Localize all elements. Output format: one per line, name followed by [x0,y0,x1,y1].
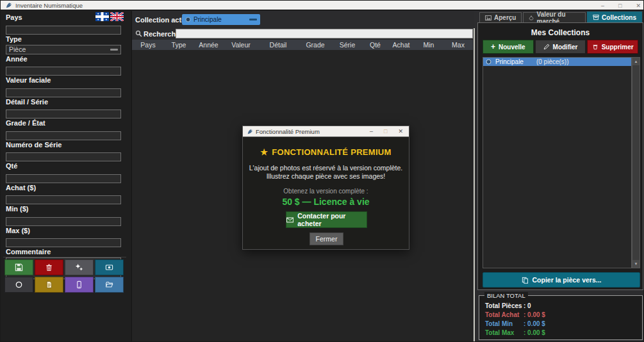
field-label-commentaire: Commentaire [6,248,131,256]
search-row: Rechercher : [132,28,474,39]
max-input[interactable] [6,238,121,247]
field-label-detail-serie: Détail / Série [6,99,131,106]
collections-actions: + Nouvelle Modifier Supprimer [483,40,638,54]
combobox-arrow-icon [110,49,118,51]
total-pieces-label: Total Pièces [485,302,524,309]
col-header-max[interactable]: Max [443,41,473,49]
col-header-annee[interactable]: Année [194,41,224,49]
detail-serie-input[interactable] [6,110,121,118]
maximize-button[interactable]: □ [618,3,622,9]
tab-apercu[interactable]: Aperçu [479,12,522,22]
collections-listbox[interactable]: Principale (0 pièce(s)) [483,57,632,268]
list-item-principale[interactable]: Principale (0 pièce(s)) [483,58,631,66]
col-header-serie[interactable]: Série [333,41,362,49]
circle-icon [15,281,23,289]
collection-count: (0 pièce(s)) [536,58,569,65]
new-collection-button[interactable]: + Nouvelle [483,40,534,54]
sparkles-icon [75,263,83,272]
listbox-scrollbar[interactable]: ▲ ▼ [632,57,640,268]
collections-panel: Mes Collections + Nouvelle Modifier Supp… [477,22,643,290]
field-label-valeur-faciale: Valeur faciale [6,77,131,84]
mobile-icon [75,281,83,289]
achat-input[interactable] [6,195,121,204]
fermer-button[interactable]: Fermer [310,232,343,245]
col-header-grade[interactable]: Grade [298,41,333,49]
field-label-numero-serie: Numéro de Série [6,142,131,149]
save-icon [15,263,23,272]
total-pieces-row: Total Pièces : 0 [485,302,531,309]
coin-icon [486,59,491,65]
col-header-valeur[interactable]: Valeur [224,41,258,49]
total-max-value: : 0.00 $ [524,329,545,336]
col-header-type[interactable]: Type [164,41,194,49]
collections-heading: Mes Collections [478,28,643,37]
total-achat-label: Total Achat [485,311,524,318]
tab-apercu-label: Aperçu [494,14,516,21]
dialog-close-button[interactable]: ✕ [398,128,403,134]
scroll-up-icon[interactable]: ▲ [632,58,640,65]
close-button[interactable]: ✕ [636,3,641,9]
total-max-row: Total Max : 0.00 $ [485,329,545,336]
star-icon: ★ [260,147,268,157]
col-header-detail[interactable]: Détail [258,41,298,49]
col-header-achat[interactable]: Achat [388,41,414,49]
mobile-button[interactable] [65,277,94,293]
grade-etat-input[interactable] [6,131,121,140]
open-folder-button[interactable] [95,277,124,293]
field-label-type: Type [6,36,131,43]
report-button[interactable] [35,277,63,293]
flag-quebec-icon[interactable] [95,12,109,21]
tab-valeur-du-marche[interactable]: Valeur du marché [523,12,586,22]
pays-input[interactable] [6,26,121,35]
total-max-label: Total Max [485,329,524,336]
premium-dialog-titlebar: Fonctionnalité Premium – □ ✕ [243,126,409,137]
bilan-total-legend: BILAN TOTAL [484,292,528,299]
field-label-min: Min ($) [6,206,131,213]
col-header-qte[interactable]: Qté [362,41,388,49]
valeur-faciale-input[interactable] [6,88,121,97]
numero-serie-input[interactable] [6,152,121,161]
clear-button[interactable] [65,259,94,275]
annee-input[interactable] [6,67,121,76]
photo-icon [105,263,113,272]
collection-dropdown[interactable]: Principale [182,14,260,25]
type-combobox[interactable]: Pièce [6,45,121,54]
window-titlebar: Inventaire Numismatique – □ ✕ [1,1,644,10]
field-label-max: Max ($) [6,227,131,234]
premium-subtext: Obtenez la version complète : [243,188,409,195]
bilan-total-groupbox: BILAN TOTAL Total Pièces : 0 Total Achat… [479,295,643,340]
col-header-min[interactable]: Min [414,41,443,49]
search-icon [135,30,142,37]
type-combobox-value: Pièce [9,45,26,53]
min-input[interactable] [6,217,121,226]
app-window: Inventaire Numismatique – □ ✕ Pays Type … [0,0,644,342]
delete-button[interactable] [35,259,63,275]
money-bag-icon [529,15,534,21]
feather-app-icon [247,129,252,134]
edit-collection-button[interactable]: Modifier [535,40,586,54]
photo-button[interactable] [95,259,124,275]
minimize-button[interactable]: – [601,3,604,9]
search-input[interactable] [176,29,473,38]
scroll-down-icon[interactable]: ▼ [632,260,640,268]
flag-uk-icon[interactable] [110,12,124,21]
qte-input[interactable] [6,174,121,183]
field-label-achat: Achat ($) [6,184,131,191]
premium-body-line1: L'ajout de photos est réservé à la versi… [243,164,409,172]
total-min-value: : 0.00 $ [524,320,545,327]
collection-name: Principale [495,58,524,65]
main-panel-divider [474,28,475,342]
copy-piece-button[interactable]: Copier la pièce vers... [483,272,640,288]
dropdown-arrow-icon [249,19,257,20]
reset-button[interactable] [4,277,33,293]
tab-collections[interactable]: Collections [587,12,642,22]
dialog-minimize-button[interactable]: – [370,128,373,134]
table-header-row: Pays Type Année Valeur Détail Grade Séri… [132,40,473,50]
col-header-pays[interactable]: Pays [132,41,164,49]
pencil-icon [543,44,550,50]
save-button[interactable] [4,259,33,275]
folder-icon [105,281,113,289]
delete-collection-button[interactable]: Supprimer [587,40,638,54]
contact-to-buy-button[interactable]: Contacter pour acheter [286,211,367,228]
sidebar-separator [3,257,126,257]
